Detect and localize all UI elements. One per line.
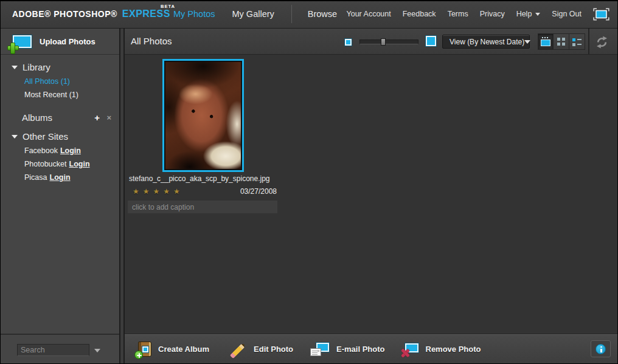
info-button[interactable] [591, 340, 611, 357]
remove-photo-button[interactable]: Remove Photo [402, 343, 481, 355]
thumbnail-zoom-slider[interactable] [359, 39, 418, 44]
tree-node-library[interactable]: Library [0, 62, 119, 72]
library-tree: Library All Photos (1) Most Recent (1) A… [0, 55, 119, 182]
grid-view-icon [557, 38, 560, 41]
picasa-label: Picasa [24, 173, 47, 182]
privacy-link[interactable]: Privacy [480, 10, 505, 18]
chevron-down-icon [524, 40, 530, 44]
envelope-icon [310, 348, 321, 356]
sidebar-item-most-recent[interactable]: Most Recent (1) [24, 91, 119, 99]
fullscreen-button[interactable] [593, 8, 609, 21]
email-photo-icon [310, 342, 330, 356]
sidebar-item-facebook[interactable]: FacebookLogin [24, 146, 119, 155]
fullscreen-icon [593, 8, 609, 21]
photo-thumbnail-selected[interactable] [162, 59, 244, 172]
edit-photo-label: Edit Photo [254, 345, 293, 354]
other-sites-label: Other Sites [23, 131, 68, 142]
tree-node-other-sites[interactable]: Other Sites [0, 131, 119, 142]
app-logo: ADOBE® PHOTOSHOP® EXPRESS BETA [12, 0, 170, 28]
refresh-icon [595, 36, 608, 49]
email-photo-label: E-mail Photo [336, 345, 384, 354]
logo-product: EXPRESS BETA [122, 9, 170, 19]
albums-label: Albums [22, 112, 52, 123]
main-panel: All Photos View (By Newest Date) [125, 29, 618, 364]
terms-link[interactable]: Terms [448, 10, 468, 18]
upload-photo-icon [12, 35, 32, 49]
search-options-dropdown-icon[interactable] [94, 349, 100, 352]
search-input[interactable] [17, 344, 89, 356]
app-window: ADOBE® PHOTOSHOP® EXPRESS BETA My Photos… [0, 0, 618, 364]
caret-down-icon [12, 135, 18, 139]
facebook-label: Facebook [24, 146, 58, 155]
albums-section-header: Albums + × [0, 112, 119, 123]
photo-filename: stefano_c__picco_aka_scp_by_spicone.jpg [129, 174, 270, 183]
caret-down-icon [12, 66, 18, 69]
list-view-icon [572, 38, 582, 46]
edit-photo-button[interactable]: Edit Photo [226, 345, 293, 354]
help-menu[interactable]: Help [516, 10, 541, 18]
create-album-label: Create Album [158, 345, 209, 354]
zoom-slider-handle[interactable] [381, 38, 386, 46]
photobucket-label: Photobucket [24, 160, 67, 168]
sidebar-item-picasa[interactable]: PicasaLogin [24, 173, 119, 182]
upload-photos-label: Upload Photos [40, 37, 95, 46]
zoom-out-icon[interactable] [344, 38, 352, 46]
top-bar: ADOBE® PHOTOSHOP® EXPRESS BETA My Photos… [0, 0, 618, 29]
upload-photos-button[interactable]: Upload Photos [0, 29, 119, 55]
header-divider [588, 29, 589, 54]
view-sort-dropdown-value: View (By Newest Date) [450, 38, 524, 46]
view-grid-button[interactable] [554, 33, 569, 50]
view-list-button[interactable] [569, 33, 585, 50]
create-album-button[interactable]: Create Album [133, 342, 209, 357]
logo-product-text: EXPRESS [122, 9, 170, 19]
view-thumbnail-button[interactable] [538, 33, 554, 50]
action-toolbar: Create Album Edit Photo E-mail Photo Rem… [125, 334, 618, 364]
refresh-button[interactable] [594, 34, 609, 50]
sidebar: Upload Photos Library All Photos (1) Mos… [0, 29, 119, 364]
info-icon [595, 344, 606, 354]
sidebar-main-divider [119, 29, 125, 364]
caption-input[interactable] [128, 201, 277, 213]
library-label: Library [23, 62, 50, 72]
facebook-login-link[interactable]: Login [60, 146, 81, 155]
picasa-login-link[interactable]: Login [50, 173, 71, 182]
photobucket-login-link[interactable]: Login [69, 160, 90, 168]
zoom-in-icon[interactable] [425, 35, 437, 47]
tab-my-photos[interactable]: My Photos [173, 9, 215, 19]
photo-image [165, 62, 241, 169]
view-sort-dropdown[interactable]: View (By Newest Date) [442, 35, 530, 49]
your-account-link[interactable]: Your Account [347, 10, 391, 18]
x-delete-icon [400, 348, 410, 358]
tab-browse[interactable]: Browse [308, 9, 337, 19]
plus-icon [7, 43, 18, 53]
tab-my-gallery[interactable]: My Gallery [232, 9, 274, 19]
photo-chip-icon [142, 346, 149, 353]
photo-date: 03/27/2008 [129, 187, 277, 196]
chevron-down-icon [535, 13, 540, 16]
sidebar-item-all-photos[interactable]: All Photos (1) [24, 77, 119, 86]
pencil-icon [230, 342, 246, 359]
email-photo-button[interactable]: E-mail Photo [310, 342, 384, 356]
plus-icon [134, 351, 143, 359]
remove-photo-icon [402, 343, 419, 355]
thumbnail-view-icon [541, 39, 550, 46]
utility-nav: Your Account Feedback Terms Privacy Help… [347, 0, 610, 28]
sidebar-item-photobucket[interactable]: PhotobucketLogin [24, 160, 119, 168]
main-header: All Photos View (By Newest Date) [125, 29, 618, 55]
search-section [0, 334, 119, 364]
primary-nav: My Photos My Gallery Browse [173, 0, 354, 28]
create-album-icon [138, 342, 151, 357]
photo-grid: stefano_c__picco_aka_scp_by_spicone.jpg … [125, 55, 618, 334]
page-title: All Photos [131, 36, 172, 46]
feedback-link[interactable]: Feedback [403, 10, 436, 18]
sign-out-link[interactable]: Sign Out [552, 10, 582, 18]
view-toggle-group [538, 33, 585, 50]
help-label: Help [516, 10, 532, 18]
nav-divider [291, 5, 292, 23]
remove-album-button[interactable]: × [106, 113, 111, 122]
add-album-button[interactable]: + [94, 112, 100, 123]
logo-brand: ADOBE® PHOTOSHOP® [12, 9, 117, 19]
remove-photo-label: Remove Photo [426, 345, 481, 354]
